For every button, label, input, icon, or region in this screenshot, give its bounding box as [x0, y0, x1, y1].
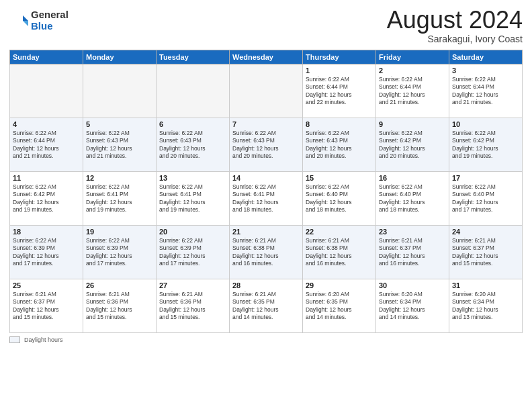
calendar-cell: 6Sunrise: 6:22 AM Sunset: 6:43 PM Daylig…: [157, 118, 230, 171]
calendar-cell: 30Sunrise: 6:20 AM Sunset: 6:34 PM Dayli…: [376, 279, 449, 332]
day-number: 21: [232, 228, 300, 236]
calendar-week-row: 11Sunrise: 6:22 AM Sunset: 6:42 PM Dayli…: [10, 171, 523, 225]
page-header: General Blue August 2024 Sarakagui, Ivor…: [9, 7, 523, 44]
calendar-cell: 21Sunrise: 6:21 AM Sunset: 6:38 PM Dayli…: [230, 225, 303, 279]
day-number: 28: [232, 281, 300, 289]
col-header-tuesday: Tuesday: [157, 50, 230, 64]
day-info: Sunrise: 6:22 AM Sunset: 6:44 PM Dayligh…: [306, 76, 373, 107]
calendar-cell: 28Sunrise: 6:21 AM Sunset: 6:35 PM Dayli…: [230, 279, 303, 332]
day-number: 29: [306, 281, 373, 289]
calendar-cell: 10Sunrise: 6:22 AM Sunset: 6:42 PM Dayli…: [449, 118, 523, 171]
calendar-cell: 19Sunrise: 6:22 AM Sunset: 6:39 PM Dayli…: [83, 225, 157, 279]
calendar-week-row: 4Sunrise: 6:22 AM Sunset: 6:44 PM Daylig…: [10, 118, 523, 171]
calendar-cell: 23Sunrise: 6:21 AM Sunset: 6:37 PM Dayli…: [376, 225, 449, 279]
day-number: 5: [86, 120, 153, 128]
day-info: Sunrise: 6:22 AM Sunset: 6:42 PM Dayligh…: [379, 130, 446, 161]
calendar-cell: 8Sunrise: 6:22 AM Sunset: 6:43 PM Daylig…: [303, 118, 376, 171]
calendar-cell: 1Sunrise: 6:22 AM Sunset: 6:44 PM Daylig…: [303, 64, 376, 118]
day-number: 7: [232, 120, 300, 128]
calendar-cell: 2Sunrise: 6:22 AM Sunset: 6:44 PM Daylig…: [376, 64, 449, 118]
calendar-cell: 15Sunrise: 6:22 AM Sunset: 6:40 PM Dayli…: [303, 171, 376, 225]
day-info: Sunrise: 6:22 AM Sunset: 6:43 PM Dayligh…: [306, 130, 373, 161]
title-block: August 2024 Sarakagui, Ivory Coast: [387, 7, 523, 44]
col-header-friday: Friday: [376, 50, 449, 64]
day-number: 19: [86, 228, 153, 236]
calendar-cell: [10, 64, 83, 118]
day-number: 10: [452, 120, 519, 128]
day-number: 11: [13, 174, 80, 182]
day-info: Sunrise: 6:20 AM Sunset: 6:35 PM Dayligh…: [306, 291, 373, 322]
col-header-saturday: Saturday: [449, 50, 523, 64]
day-info: Sunrise: 6:21 AM Sunset: 6:35 PM Dayligh…: [232, 291, 300, 322]
day-number: 14: [232, 174, 300, 182]
day-number: 6: [159, 120, 226, 128]
day-number: 22: [306, 228, 373, 236]
day-number: 27: [159, 281, 226, 289]
logo-icon: [9, 11, 28, 30]
calendar-cell: [230, 64, 303, 118]
calendar-header-row: SundayMondayTuesdayWednesdayThursdayFrid…: [10, 50, 523, 64]
calendar-cell: 27Sunrise: 6:21 AM Sunset: 6:36 PM Dayli…: [157, 279, 230, 332]
day-info: Sunrise: 6:22 AM Sunset: 6:39 PM Dayligh…: [159, 237, 226, 268]
calendar-week-row: 18Sunrise: 6:22 AM Sunset: 6:39 PM Dayli…: [10, 225, 523, 279]
svg-marker-1: [23, 15, 28, 21]
logo-blue: Blue: [31, 21, 69, 32]
calendar-cell: 31Sunrise: 6:20 AM Sunset: 6:34 PM Dayli…: [449, 279, 523, 332]
day-info: Sunrise: 6:20 AM Sunset: 6:34 PM Dayligh…: [379, 291, 446, 322]
day-info: Sunrise: 6:20 AM Sunset: 6:34 PM Dayligh…: [452, 291, 519, 322]
calendar-cell: 25Sunrise: 6:21 AM Sunset: 6:37 PM Dayli…: [10, 279, 83, 332]
day-info: Sunrise: 6:21 AM Sunset: 6:38 PM Dayligh…: [306, 237, 373, 268]
day-info: Sunrise: 6:22 AM Sunset: 6:44 PM Dayligh…: [452, 76, 519, 107]
day-info: Sunrise: 6:22 AM Sunset: 6:40 PM Dayligh…: [452, 183, 519, 214]
day-info: Sunrise: 6:22 AM Sunset: 6:43 PM Dayligh…: [159, 130, 226, 161]
calendar-cell: 12Sunrise: 6:22 AM Sunset: 6:41 PM Dayli…: [83, 171, 157, 225]
day-number: 25: [13, 281, 80, 289]
day-info: Sunrise: 6:22 AM Sunset: 6:40 PM Dayligh…: [306, 183, 373, 214]
calendar-cell: 16Sunrise: 6:22 AM Sunset: 6:40 PM Dayli…: [376, 171, 449, 225]
calendar-week-row: 1Sunrise: 6:22 AM Sunset: 6:44 PM Daylig…: [10, 64, 523, 118]
calendar-cell: 4Sunrise: 6:22 AM Sunset: 6:44 PM Daylig…: [10, 118, 83, 171]
day-number: 30: [379, 281, 446, 289]
day-info: Sunrise: 6:22 AM Sunset: 6:43 PM Dayligh…: [86, 130, 153, 161]
svg-marker-2: [23, 21, 28, 26]
day-number: 17: [452, 174, 519, 182]
day-number: 18: [13, 228, 80, 236]
calendar-cell: [83, 64, 157, 118]
day-info: Sunrise: 6:21 AM Sunset: 6:36 PM Dayligh…: [159, 291, 226, 322]
day-info: Sunrise: 6:22 AM Sunset: 6:39 PM Dayligh…: [86, 237, 153, 268]
day-number: 2: [379, 66, 446, 75]
day-info: Sunrise: 6:21 AM Sunset: 6:36 PM Dayligh…: [86, 291, 153, 322]
day-info: Sunrise: 6:21 AM Sunset: 6:37 PM Dayligh…: [452, 237, 519, 268]
day-info: Sunrise: 6:22 AM Sunset: 6:41 PM Dayligh…: [232, 183, 300, 214]
calendar-cell: [157, 64, 230, 118]
day-number: 20: [159, 228, 226, 236]
day-number: 13: [159, 174, 226, 182]
col-header-monday: Monday: [83, 50, 157, 64]
day-number: 26: [86, 281, 153, 289]
day-number: 31: [452, 281, 519, 289]
day-number: 24: [452, 228, 519, 236]
calendar-cell: 20Sunrise: 6:22 AM Sunset: 6:39 PM Dayli…: [157, 225, 230, 279]
day-info: Sunrise: 6:21 AM Sunset: 6:38 PM Dayligh…: [232, 237, 300, 268]
day-number: 1: [306, 66, 373, 75]
calendar-cell: 17Sunrise: 6:22 AM Sunset: 6:40 PM Dayli…: [449, 171, 523, 225]
calendar-cell: 14Sunrise: 6:22 AM Sunset: 6:41 PM Dayli…: [230, 171, 303, 225]
col-header-sunday: Sunday: [10, 50, 83, 64]
calendar-cell: 7Sunrise: 6:22 AM Sunset: 6:43 PM Daylig…: [230, 118, 303, 171]
logo-general: General: [31, 9, 69, 21]
day-info: Sunrise: 6:22 AM Sunset: 6:39 PM Dayligh…: [13, 237, 80, 268]
calendar-cell: 26Sunrise: 6:21 AM Sunset: 6:36 PM Dayli…: [83, 279, 157, 332]
logo: General Blue: [9, 9, 69, 32]
day-info: Sunrise: 6:22 AM Sunset: 6:40 PM Dayligh…: [379, 183, 446, 214]
calendar-cell: 29Sunrise: 6:20 AM Sunset: 6:35 PM Dayli…: [303, 279, 376, 332]
day-number: 3: [452, 66, 519, 75]
day-info: Sunrise: 6:22 AM Sunset: 6:41 PM Dayligh…: [86, 183, 153, 214]
day-info: Sunrise: 6:22 AM Sunset: 6:42 PM Dayligh…: [452, 130, 519, 161]
calendar-cell: 9Sunrise: 6:22 AM Sunset: 6:42 PM Daylig…: [376, 118, 449, 171]
col-header-wednesday: Wednesday: [230, 50, 303, 64]
calendar-cell: 5Sunrise: 6:22 AM Sunset: 6:43 PM Daylig…: [83, 118, 157, 171]
col-header-thursday: Thursday: [303, 50, 376, 64]
daylight-label: Daylight hours: [24, 336, 63, 343]
calendar-cell: 3Sunrise: 6:22 AM Sunset: 6:44 PM Daylig…: [449, 64, 523, 118]
calendar-table: SundayMondayTuesdayWednesdayThursdayFrid…: [9, 50, 523, 333]
